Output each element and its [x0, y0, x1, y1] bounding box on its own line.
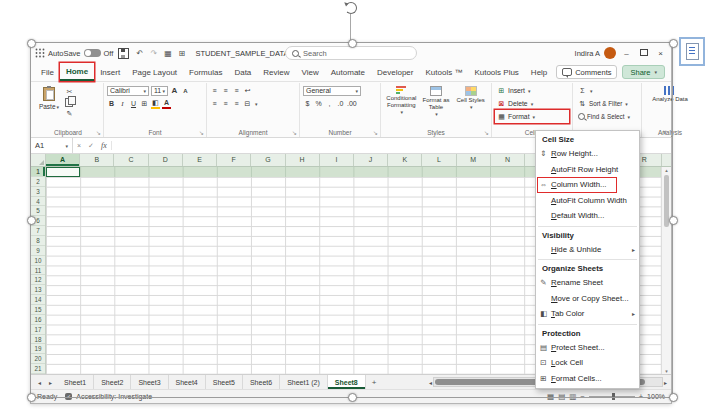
cut-icon[interactable]: ✂	[65, 87, 74, 96]
autosave-toggle[interactable]	[84, 49, 101, 57]
menu-item-row-height[interactable]: ⇕Row Height...	[536, 146, 639, 162]
dialog-launcher-icon[interactable]: ↘	[373, 129, 378, 136]
selection-handle-mid-right[interactable]	[669, 216, 678, 225]
selection-handle-bottom-left[interactable]	[27, 393, 36, 402]
restore-button[interactable]	[637, 49, 650, 58]
paste-button[interactable]: Paste▾	[36, 84, 62, 110]
bold-button[interactable]: B	[107, 99, 116, 108]
zoom-knob[interactable]	[612, 393, 615, 400]
row-header-7[interactable]: 7	[31, 226, 45, 236]
sheet-tab-sheet1[interactable]: Sheet1	[57, 375, 94, 389]
menu-item-autofit-row-height[interactable]: AutoFit Row Height	[536, 162, 639, 178]
selected-cell[interactable]	[46, 167, 80, 177]
scroll-right-icon[interactable]: ▸	[664, 379, 667, 386]
italic-button[interactable]: I	[118, 99, 127, 108]
tab-developer[interactable]: Developer	[371, 63, 419, 81]
save-icon[interactable]	[118, 48, 129, 59]
share-button[interactable]: Share ▾	[622, 65, 665, 79]
enter-icon[interactable]: ✓	[85, 142, 97, 150]
font-color-icon[interactable]: A	[162, 98, 171, 109]
align-bottom-icon[interactable]: ≡	[232, 86, 241, 95]
menu-item-hide-unhide[interactable]: Hide & Unhide▸	[536, 242, 639, 258]
sheet-tab-sheet5[interactable]: Sheet5	[206, 375, 243, 389]
collapse-ribbon-icon[interactable]: ∨	[663, 128, 667, 135]
selection-handle-mid-left[interactable]	[27, 216, 36, 225]
quick-access-icon-2[interactable]: ⊞	[176, 49, 187, 58]
tab-data[interactable]: Data	[228, 63, 257, 81]
column-header-e[interactable]: E	[183, 154, 217, 166]
sheet-tab-sheet4[interactable]: Sheet4	[169, 375, 206, 389]
zoom-slider[interactable]	[589, 396, 635, 398]
tab-kutools-plus[interactable]: Kutools Plus	[468, 63, 524, 81]
scroll-up-icon[interactable]: ▴	[665, 167, 668, 173]
autosum-button[interactable]: Σ ▾	[576, 84, 638, 97]
menu-item-lock-cell[interactable]: ⊡Lock Cell	[536, 355, 639, 371]
menu-item-default-width[interactable]: Default Width...	[536, 208, 639, 224]
sheet-tab-sheet6[interactable]: Sheet6	[243, 375, 280, 389]
wrap-text-icon[interactable]: ↩	[243, 86, 252, 95]
redo-icon[interactable]: ↷	[148, 49, 159, 58]
dialog-launcher-icon[interactable]: ↘	[484, 129, 489, 136]
row-header-3[interactable]: 3	[31, 187, 45, 197]
column-header-f[interactable]: F	[217, 154, 251, 166]
copy-icon[interactable]	[65, 98, 73, 107]
row-header-15[interactable]: 15	[31, 305, 45, 315]
selection-handle-bottom-center[interactable]	[348, 393, 357, 402]
selection-handle-top-left[interactable]	[27, 39, 36, 48]
row-header-9[interactable]: 9	[31, 246, 45, 256]
conditional-formatting-button[interactable]: Conditional Formatting ▾	[384, 84, 419, 116]
normal-view-icon[interactable]: ▦	[547, 392, 554, 401]
format-as-table-button[interactable]: Format as Table ▾	[419, 84, 454, 118]
zoom-out-icon[interactable]: −	[580, 392, 584, 401]
tab-formulas[interactable]: Formulas	[183, 63, 228, 81]
select-all-corner[interactable]	[31, 154, 46, 166]
sheet-nav-left-icon[interactable]: ◂	[35, 379, 44, 386]
column-header-m[interactable]: M	[457, 154, 491, 166]
insert-function-icon[interactable]: fx	[97, 141, 112, 150]
menu-item-move-or-copy-sheet[interactable]: Move or Copy Sheet...	[536, 291, 639, 307]
align-right-icon[interactable]: ≡	[232, 99, 241, 108]
row-header-12[interactable]: 12	[31, 275, 45, 285]
underline-button[interactable]: U	[129, 99, 138, 108]
row-header-5[interactable]: 5	[31, 206, 45, 216]
sheet-tab-sheet2[interactable]: Sheet2	[94, 375, 131, 389]
sheet-tab-sheet3[interactable]: Sheet3	[131, 375, 168, 389]
selection-handle-top-right[interactable]	[669, 39, 678, 48]
menu-item-tab-color[interactable]: ◧Tab Color▸	[536, 306, 639, 322]
menu-item-rename-sheet[interactable]: ✎Rename Sheet	[536, 275, 639, 291]
find-select-button[interactable]: Find & Select ▾	[576, 110, 638, 123]
comma-style-icon[interactable]: ,	[325, 99, 334, 108]
menu-item-format-cells[interactable]: ⊞Format Cells...	[536, 371, 639, 387]
font-size-select[interactable]: 11▾	[151, 86, 168, 96]
tab-kutools[interactable]: Kutools ™	[419, 63, 468, 81]
row-header-10[interactable]: 10	[31, 256, 45, 266]
user-avatar[interactable]	[604, 47, 616, 59]
new-sheet-button[interactable]: +	[372, 378, 377, 387]
column-header-l[interactable]: L	[422, 154, 456, 166]
menu-item-autofit-column-width[interactable]: AutoFit Column Width	[536, 193, 639, 209]
column-header-d[interactable]: D	[149, 154, 183, 166]
screen-clip-tool-icon[interactable]	[679, 37, 705, 66]
row-header-4[interactable]: 4	[31, 197, 45, 207]
merge-center-icon[interactable]: ⊟	[243, 99, 252, 108]
user-name[interactable]: Indira A	[575, 49, 600, 58]
page-break-view-icon[interactable]: ▥	[569, 392, 576, 401]
zoom-level[interactable]: 100%	[647, 393, 665, 400]
increase-font-size-icon[interactable]: A	[170, 86, 179, 95]
analyze-data-button[interactable]: Analyze Data	[647, 84, 693, 103]
row-header-8[interactable]: 8	[31, 236, 45, 246]
column-header-h[interactable]: H	[286, 154, 320, 166]
row-header-17[interactable]: 17	[31, 325, 45, 335]
align-left-icon[interactable]: ≡	[210, 99, 219, 108]
row-header-14[interactable]: 14	[31, 295, 45, 305]
comments-button[interactable]: Comments	[556, 65, 617, 79]
zoom-in-icon[interactable]: +	[639, 392, 643, 401]
percent-style-icon[interactable]: %	[314, 99, 323, 108]
column-header-k[interactable]: K	[388, 154, 422, 166]
column-header-j[interactable]: J	[354, 154, 388, 166]
column-header-c[interactable]: C	[114, 154, 148, 166]
quick-access-icon-1[interactable]: ▦	[162, 49, 173, 58]
row-header-21[interactable]: 21	[31, 364, 45, 374]
scroll-left-icon[interactable]: ◂	[429, 379, 432, 386]
delete-button[interactable]: ⊠ Delete ▾	[495, 97, 569, 110]
